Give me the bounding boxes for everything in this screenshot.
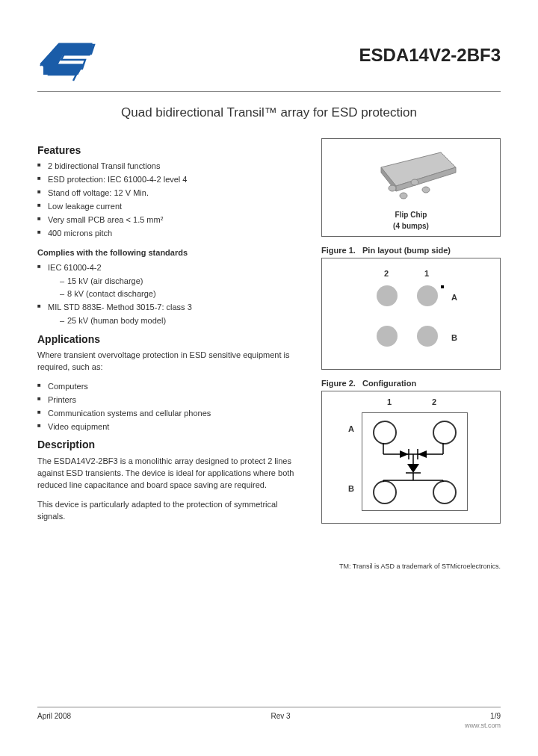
bump-2b — [377, 326, 398, 347]
package-caption-line1: Flip Chip — [328, 211, 494, 219]
package-caption-line2: (4 bumps) — [328, 222, 494, 230]
description-heading: Description — [37, 437, 306, 452]
cfg-chip-outline — [362, 412, 468, 511]
package-image-box: Flip Chip (4 bumps) — [321, 138, 501, 237]
complies-list: IEC 61000-4-2 15 kV (air discharge) 8 kV… — [37, 262, 306, 327]
st-logo — [37, 37, 97, 85]
col-label-2: 2 — [384, 269, 389, 278]
page-footer: April 2008 Rev 3 1/9 www.st.com — [37, 707, 501, 729]
complies-sublist: 15 kV (air discharge) 8 kV (contact disc… — [48, 276, 306, 300]
figure1-number: Figure 1. — [321, 246, 356, 255]
figure2-box: 1 2 A B — [321, 391, 501, 524]
configuration-diagram: 1 2 A B — [344, 397, 478, 517]
description-p2: This device is particularly adapted to t… — [37, 499, 306, 523]
applications-heading: Applications — [37, 332, 306, 347]
svg-point-3 — [389, 185, 396, 191]
document-subtitle: Quad bidirectional Transil™ array for ES… — [37, 105, 501, 120]
left-column: Features 2 bidirectional Transil functio… — [37, 138, 306, 533]
svg-point-5 — [422, 187, 430, 193]
right-column: Flip Chip (4 bumps) Figure 1. Pin layout… — [321, 138, 501, 533]
svg-marker-10 — [400, 450, 409, 458]
svg-point-6 — [400, 193, 407, 199]
row-label-b: B — [451, 333, 457, 342]
feature-item: 400 microns pitch — [37, 228, 306, 240]
complies-subitem: 8 kV (contact discharge) — [48, 288, 306, 300]
feature-item: 2 bidirectional Transil functions — [37, 161, 306, 173]
application-item: Communication systems and cellular phone… — [37, 408, 306, 420]
diode-schematic-icon — [362, 413, 467, 510]
trademark-note: TM: Transil is ASD a trademark of STMicr… — [37, 563, 501, 570]
features-list: 2 bidirectional Transil functions ESD pr… — [37, 161, 306, 240]
complies-item: IEC 61000-4-2 15 kV (air discharge) 8 kV… — [37, 262, 306, 300]
page-header: ESDA14V2-2BF3 — [37, 37, 501, 85]
footer-date: April 2008 — [37, 712, 71, 720]
description-p1: The ESDA14V2-2BF3 is a monolithic array … — [37, 456, 306, 492]
bump-1a — [417, 285, 438, 306]
col-label-1: 1 — [424, 269, 429, 278]
figure1-box: 2 1 A B — [321, 258, 501, 370]
pin-layout-diagram: 2 1 A B — [359, 269, 463, 359]
svg-point-4 — [411, 179, 418, 185]
complies-subitem: 25 kV (human body model) — [48, 315, 306, 327]
cfg-row-b: B — [348, 484, 354, 493]
complies-label: MIL STD 883E- Method 3015-7: class 3 — [48, 303, 192, 312]
feature-item: Very small PCB area < 1.5 mm² — [37, 214, 306, 226]
header-rule — [37, 91, 501, 92]
part-number: ESDA14V2-2BF3 — [359, 45, 501, 66]
footer-url: www.st.com — [37, 722, 501, 729]
bump-2a — [377, 285, 398, 306]
application-item: Video equipment — [37, 421, 306, 433]
figure2-label: Figure 2. Configuration — [321, 379, 501, 388]
bump-1b — [417, 326, 438, 347]
applications-intro: Where transient overvoltage protection i… — [37, 350, 306, 374]
svg-marker-15 — [407, 464, 419, 473]
row-label-a: A — [451, 293, 457, 302]
complies-item: MIL STD 883E- Method 3015-7: class 3 25 … — [37, 302, 306, 327]
cfg-row-a: A — [348, 424, 354, 433]
footer-rev: Rev 3 — [271, 712, 291, 720]
svg-marker-12 — [418, 450, 427, 458]
cfg-col-1: 1 — [387, 397, 392, 406]
complies-subitem: 15 kV (air discharge) — [48, 276, 306, 288]
orientation-dot — [441, 285, 444, 288]
footer-page: 1/9 — [490, 712, 501, 720]
figure2-number: Figure 2. — [321, 379, 356, 388]
application-item: Printers — [37, 394, 306, 406]
application-item: Computers — [37, 381, 306, 393]
complies-heading: Complies with the following standards — [37, 247, 306, 259]
cfg-col-2: 2 — [432, 397, 436, 406]
figure1-label: Figure 1. Pin layout (bump side) — [321, 246, 501, 255]
figure1-title: Pin layout (bump side) — [362, 246, 451, 255]
features-heading: Features — [37, 143, 306, 158]
flip-chip-icon — [351, 145, 471, 205]
feature-item: Low leakage current — [37, 201, 306, 213]
applications-list: Computers Printers Communication systems… — [37, 381, 306, 433]
main-content: Features 2 bidirectional Transil functio… — [37, 138, 501, 533]
complies-label: IEC 61000-4-2 — [48, 263, 102, 272]
complies-sublist: 25 kV (human body model) — [48, 315, 306, 327]
feature-item: ESD protection: IEC 61000-4-2 level 4 — [37, 174, 306, 186]
feature-item: Stand off voltage: 12 V Min. — [37, 188, 306, 199]
figure2-title: Configuration — [362, 379, 416, 388]
